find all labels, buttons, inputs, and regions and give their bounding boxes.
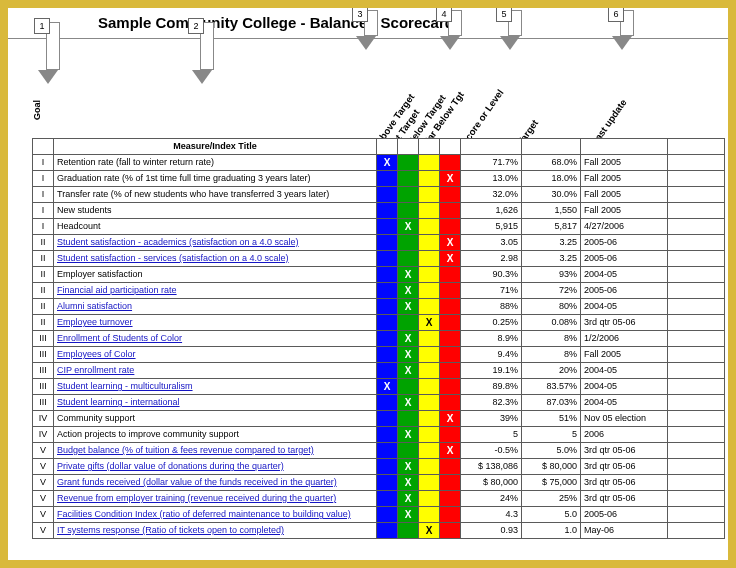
cell-measure[interactable]: Facilities Condition Index (ratio of def… [54,507,377,523]
cell-measure[interactable]: Student learning - multiculturalism [54,379,377,395]
cell-measure[interactable]: Student satisfaction - services (satisfa… [54,251,377,267]
cell-measure[interactable]: Employees of Color [54,347,377,363]
cell-tail [668,171,725,187]
cell-below [419,171,440,187]
cell-above [377,203,398,219]
cell-target: 3.25 [522,251,581,267]
callout-arrow-3: 3 [360,10,382,50]
measure-link[interactable]: Revenue from employer training (revenue … [57,493,336,503]
cell-update: 2004-05 [581,363,668,379]
cell-below [419,363,440,379]
cell-target: 93% [522,267,581,283]
cell-tail [668,203,725,219]
cell-target: 51% [522,411,581,427]
cell-far [440,427,461,443]
cell-tail [668,411,725,427]
cell-below [419,251,440,267]
cell-far [440,395,461,411]
cell-target: 25% [522,491,581,507]
cell-measure[interactable]: CIP enrollment rate [54,363,377,379]
cell-below [419,427,440,443]
col-header-measure: Measure/Index Title [54,139,377,155]
measure-link[interactable]: Facilities Condition Index (ratio of def… [57,509,351,519]
cell-update: 3rd qtr 05-06 [581,459,668,475]
cell-below [419,155,440,171]
table-row: IGraduation rate (% of 1st time full tim… [33,171,725,187]
measure-link[interactable]: Student satisfaction - services (satisfa… [57,253,289,263]
cell-at: X [398,475,419,491]
measure-link[interactable]: CIP enrollment rate [57,365,134,375]
cell-above [377,507,398,523]
cell-goal: V [33,443,54,459]
measure-link[interactable]: IT systems response (Ratio of tickets op… [57,525,284,535]
cell-at [398,251,419,267]
table-row: IIIStudent learning - multiculturalismX8… [33,379,725,395]
cell-measure[interactable]: Enrollment of Students of Color [54,331,377,347]
measure-link[interactable]: Financial aid participation rate [57,285,177,295]
cell-far: X [440,411,461,427]
cell-below [419,443,440,459]
cell-measure[interactable]: Alumni satisfaction [54,299,377,315]
cell-update: 1/2/2006 [581,331,668,347]
cell-score: 71.7% [461,155,522,171]
callout-arrow-2: 2 [196,22,218,84]
cell-below [419,475,440,491]
cell-below [419,299,440,315]
cell-measure[interactable]: Employee turnover [54,315,377,331]
cell-update: 2004-05 [581,299,668,315]
cell-at: X [398,299,419,315]
cell-measure: Action projects to improve community sup… [54,427,377,443]
table-row: IIAlumni satisfactionX88%80%2004-05 [33,299,725,315]
cell-update: Fall 2005 [581,203,668,219]
cell-update: 2004-05 [581,395,668,411]
cell-goal: IV [33,427,54,443]
cell-tail [668,235,725,251]
cell-score: 8.9% [461,331,522,347]
cell-update: 2004-05 [581,267,668,283]
cell-at: X [398,347,419,363]
measure-link[interactable]: Alumni satisfaction [57,301,132,311]
cell-below [419,459,440,475]
cell-measure[interactable]: Student satisfaction - academics (satisf… [54,235,377,251]
cell-far [440,203,461,219]
cell-update: Fall 2005 [581,171,668,187]
cell-update: Nov 05 election [581,411,668,427]
cell-measure[interactable]: Private gifts (dollar value of donations… [54,459,377,475]
measure-link[interactable]: Employee turnover [57,317,133,327]
cell-measure[interactable]: Budget balance (% of tuition & fees reve… [54,443,377,459]
cell-below [419,187,440,203]
cell-score: 5 [461,427,522,443]
measure-link[interactable]: Student learning - multiculturalism [57,381,193,391]
cell-measure[interactable]: Student learning - international [54,395,377,411]
cell-at [398,315,419,331]
measure-link[interactable]: Grant funds received (dollar value of th… [57,477,337,487]
measure-link[interactable]: Student satisfaction - academics (satisf… [57,237,299,247]
cell-tail [668,267,725,283]
cell-measure: Headcount [54,219,377,235]
cell-measure[interactable]: IT systems response (Ratio of tickets op… [54,523,377,539]
cell-measure: New students [54,203,377,219]
cell-goal: II [33,267,54,283]
measure-link[interactable]: Enrollment of Students of Color [57,333,182,343]
cell-goal: I [33,187,54,203]
callout-arrow-1: 1 [42,22,64,84]
cell-tail [668,283,725,299]
cell-at [398,443,419,459]
cell-measure[interactable]: Grant funds received (dollar value of th… [54,475,377,491]
measure-link[interactable]: Student learning - international [57,397,180,407]
cell-goal: II [33,299,54,315]
page-title: Sample Community College - Balanced Scor… [98,14,454,31]
measure-link[interactable]: Private gifts (dollar value of donations… [57,461,284,471]
cell-goal: III [33,331,54,347]
cell-score: 39% [461,411,522,427]
cell-at [398,203,419,219]
cell-score: 0.93 [461,523,522,539]
table-row: IIIEmployees of ColorX9.4%8%Fall 2005 [33,347,725,363]
cell-below [419,379,440,395]
measure-link[interactable]: Budget balance (% of tuition & fees reve… [57,445,314,455]
cell-measure[interactable]: Revenue from employer training (revenue … [54,491,377,507]
cell-measure[interactable]: Financial aid participation rate [54,283,377,299]
cell-at: X [398,331,419,347]
cell-below [419,347,440,363]
measure-link[interactable]: Employees of Color [57,349,136,359]
